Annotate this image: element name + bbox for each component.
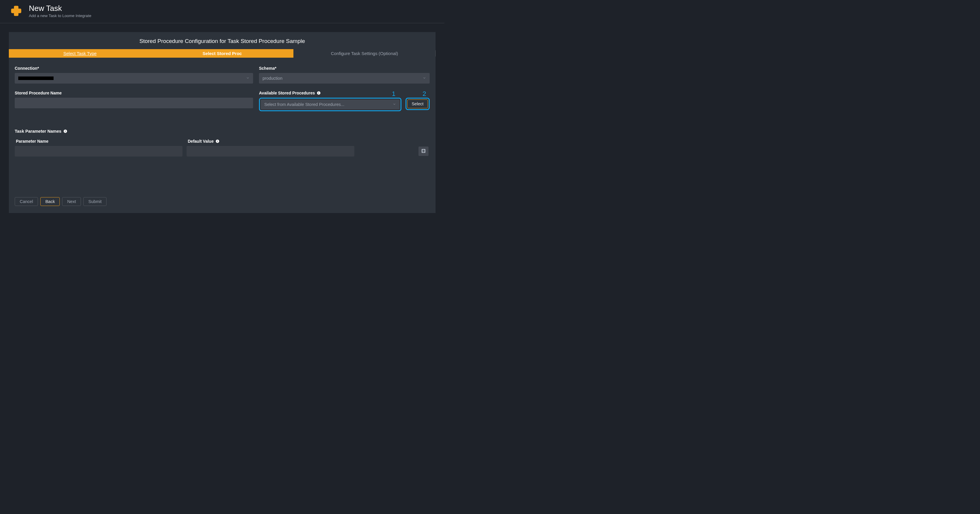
step-configure-settings[interactable]: Configure Task Settings (Optional) (293, 49, 436, 58)
plus-square-icon (421, 148, 426, 154)
info-icon[interactable]: i (215, 139, 220, 143)
plus-icon (9, 3, 24, 18)
param-name-header: Parameter Name (16, 139, 184, 143)
schema-label: Schema* (259, 66, 430, 71)
info-icon[interactable]: i (63, 129, 67, 133)
select-button-highlight: Select (406, 98, 430, 110)
svg-text:i: i (318, 92, 319, 94)
add-param-button[interactable] (418, 146, 428, 156)
step-select-task-type[interactable]: Select Task Type (9, 49, 151, 58)
page-header: New Task Add a new Task to Loome Integra… (0, 0, 444, 23)
config-panel: Stored Procedure Configuration for Task … (9, 32, 436, 213)
connection-select[interactable] (15, 73, 253, 84)
info-icon[interactable]: i (317, 91, 321, 95)
connection-value-redacted (18, 76, 54, 80)
schema-value: production (262, 76, 283, 81)
sp-name-input[interactable] (15, 98, 253, 108)
default-value-header: Default Value i (188, 139, 355, 143)
next-button[interactable]: Next (62, 197, 81, 206)
chevron-down-icon (423, 76, 426, 81)
schema-select[interactable]: production (259, 73, 430, 84)
cancel-button[interactable]: Cancel (15, 197, 38, 206)
submit-button[interactable]: Submit (83, 197, 107, 206)
chevron-down-icon (393, 102, 396, 107)
step-tabs: Select Task Type Select Stored Proc Conf… (9, 49, 436, 58)
sp-name-label: Stored Procedure Name (15, 91, 253, 95)
connection-label: Connection* (15, 66, 253, 71)
task-params-label: Task Parameter Names i (15, 129, 430, 134)
svg-text:i: i (217, 140, 218, 143)
available-select-highlight: Select from Available Stored Procedures.… (259, 98, 401, 111)
select-button[interactable]: Select (407, 99, 428, 108)
step-select-stored-proc[interactable]: Select Stored Proc (151, 49, 293, 58)
page-title: New Task (29, 4, 91, 13)
param-name-input[interactable] (15, 146, 183, 156)
annotation-2: 2 (423, 90, 426, 98)
annotation-1: 1 (392, 90, 395, 98)
chevron-down-icon (246, 76, 250, 81)
default-value-input[interactable] (186, 146, 354, 156)
param-row (15, 146, 430, 156)
back-button[interactable]: Back (40, 197, 60, 206)
available-label: Available Stored Procedures i (259, 91, 430, 95)
panel-title: Stored Procedure Configuration for Task … (9, 38, 436, 45)
svg-text:i: i (65, 130, 65, 133)
available-select[interactable]: Select from Available Stored Procedures.… (261, 99, 400, 110)
page-subtitle: Add a new Task to Loome Integrate (29, 14, 91, 18)
